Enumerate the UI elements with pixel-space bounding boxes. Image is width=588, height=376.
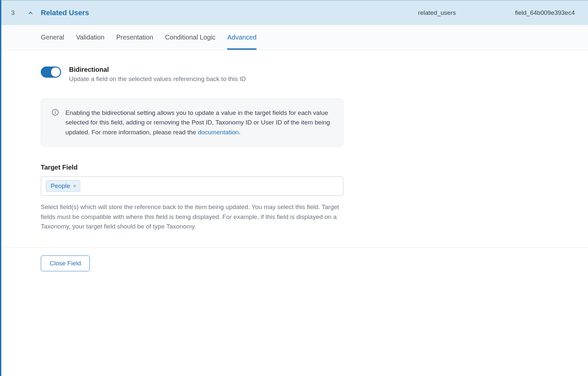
field-slug: related_users: [418, 9, 456, 16]
collapse-toggle[interactable]: [28, 10, 41, 16]
info-box: Enabling the bidirectional setting allow…: [41, 98, 343, 147]
close-icon: [73, 184, 77, 188]
target-field-chip: People: [46, 180, 80, 192]
info-icon: [52, 109, 59, 137]
svg-point-2: [55, 111, 56, 111]
bidirectional-setting: Bidirectional Update a field on the sele…: [41, 66, 549, 83]
info-period: .: [239, 129, 240, 136]
tabs: General Validation Presentation Conditio…: [1, 25, 588, 50]
documentation-link[interactable]: documentation: [198, 129, 239, 136]
close-field-button[interactable]: Close Field: [41, 255, 90, 271]
tab-presentation[interactable]: Presentation: [116, 25, 153, 50]
tab-general[interactable]: General: [41, 25, 64, 50]
tab-conditional-logic[interactable]: Conditional Logic: [165, 25, 215, 50]
field-key: field_64b009e393ec4: [515, 9, 575, 16]
chip-remove[interactable]: [73, 184, 77, 188]
chevron-up-icon: [28, 10, 34, 16]
field-title[interactable]: Related Users: [41, 9, 89, 17]
info-text: Enabling the bidirectional setting allow…: [65, 108, 332, 137]
chip-label: People: [51, 182, 70, 190]
target-field-select[interactable]: People: [41, 176, 343, 196]
target-field-label: Target Field: [41, 164, 549, 171]
bidirectional-description: Update a field on the selected values re…: [69, 75, 246, 83]
bidirectional-toggle[interactable]: [41, 67, 61, 78]
field-order: 3: [11, 9, 28, 16]
tab-validation[interactable]: Validation: [76, 25, 104, 50]
tab-advanced[interactable]: Advanced: [227, 25, 257, 50]
bidirectional-label: Bidirectional: [69, 66, 246, 73]
divider: [1, 247, 588, 248]
field-header: 3 Related Users related_users field_64b0…: [1, 0, 588, 25]
toggle-knob: [51, 67, 60, 77]
target-field-help: Select field(s) which will store the ref…: [41, 202, 343, 231]
